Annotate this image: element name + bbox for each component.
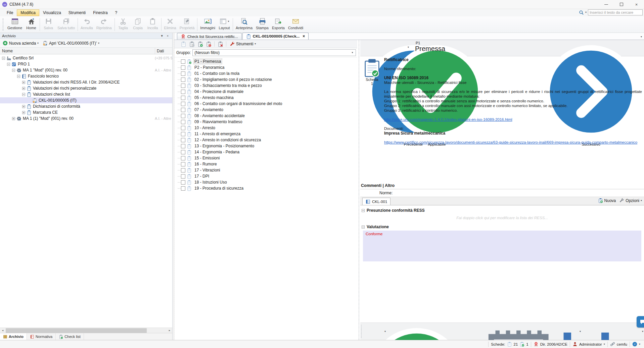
search-icon[interactable] bbox=[579, 10, 584, 15]
expand-icon[interactable]: + bbox=[22, 111, 25, 114]
expand-icon[interactable]: + bbox=[22, 81, 25, 84]
toolbar-immagini-button[interactable]: Immagini bbox=[198, 16, 217, 33]
tab-list-chevron-icon[interactable]: ▾ bbox=[641, 36, 642, 38]
column-data[interactable]: Dati bbox=[155, 48, 164, 54]
close-button[interactable]: × bbox=[629, 0, 644, 9]
item-checkbox[interactable] bbox=[181, 156, 185, 160]
item-checkbox[interactable] bbox=[181, 180, 185, 185]
collapse-icon[interactable]: − bbox=[17, 75, 20, 78]
sheet-plain-button[interactable] bbox=[180, 41, 187, 48]
tree-row-certifico-srl[interactable]: −Certifico Srl(+39 075 5 bbox=[0, 55, 172, 61]
toolbar-taglia-button[interactable]: Taglia bbox=[116, 16, 131, 33]
checklist-item-09-riavviamento-inatteso[interactable]: 09 - Riavviamento Inatteso bbox=[174, 119, 357, 125]
conforme-chevron-icon[interactable]: ▾ bbox=[384, 330, 386, 333]
item-checkbox[interactable] bbox=[181, 144, 185, 148]
ress-hint[interactable]: Fai doppio click qui per modificare la l… bbox=[360, 213, 644, 222]
new-company-chevron-icon[interactable]: ▾ bbox=[37, 42, 39, 45]
ckl-document-tab[interactable]: CKL-001 bbox=[362, 198, 390, 205]
panel-close-icon[interactable]: × bbox=[165, 34, 170, 38]
search-options-chevron-icon[interactable]: ▾ bbox=[585, 11, 587, 14]
checklist-item-14-ergonomia-pedana[interactable]: 14 - Ergonomia - Pedana bbox=[174, 149, 357, 155]
checklist-item-10-arresto[interactable]: 10 - Arresto bbox=[174, 125, 357, 131]
toolbar-incolla-button[interactable]: Incolla bbox=[145, 16, 160, 33]
sheet-question-button[interactable]: ? bbox=[188, 41, 195, 48]
panel-tab-archivio[interactable]: Archivio bbox=[0, 333, 27, 340]
item-checkbox[interactable] bbox=[181, 186, 185, 191]
item-checkbox[interactable] bbox=[181, 168, 185, 172]
panel-tab-check-list[interactable]: Check list bbox=[56, 333, 84, 340]
statusbar-directive[interactable]: Dir. 2006/42/CE bbox=[531, 342, 570, 347]
item-checkbox[interactable] bbox=[181, 84, 185, 88]
data-scheda-chevron-icon[interactable]: ▾ bbox=[642, 330, 643, 333]
expand-icon[interactable]: + bbox=[22, 87, 25, 90]
toolbar-copia-button[interactable]: Copia bbox=[131, 16, 145, 33]
collapse-icon[interactable]: − bbox=[362, 226, 365, 229]
checklist-item-13-ergonomia-posizionamento[interactable]: 13 - Ergonomia - Posizionamento bbox=[174, 143, 357, 149]
tree-row-pro-1[interactable]: −PRO 1 bbox=[0, 61, 172, 67]
checklist-item-15-emissioni[interactable]: 15 - Emissioni bbox=[174, 155, 357, 161]
norm-link[interactable]: http://store.uni.com/magento-1.4.0.1/ind… bbox=[384, 117, 512, 122]
center-splitter[interactable] bbox=[357, 40, 360, 340]
menu-file[interactable]: File bbox=[3, 10, 16, 16]
checklist-item-06-contatto-con-organi-di-trasmissione-del-moto[interactable]: 06 - Contatto con organi di trasmissione… bbox=[174, 101, 357, 107]
tree-row-ma-1-mod-001-rev-00[interactable]: −MA 1 "Mod" (001) rev. 00A.I. - Attre bbox=[0, 67, 172, 73]
toolbar-propriet-button[interactable]: Proprietà bbox=[178, 16, 196, 33]
toolbar-stampa-button[interactable]: Stampa bbox=[254, 16, 270, 33]
checklist-item-03-schiacciamento-tra-mola-e-pezzo[interactable]: 03 - Schiacciamento tra mola e pezzo bbox=[174, 83, 357, 89]
sheet-cross-button[interactable] bbox=[217, 41, 224, 48]
item-checkbox[interactable] bbox=[181, 71, 185, 76]
scroll-left-icon[interactable]: ◄ bbox=[0, 328, 5, 333]
expand-icon[interactable]: + bbox=[22, 105, 25, 108]
document-tab-ckl-001-000005-check[interactable]: CKL-001/000005 (Check...× bbox=[242, 33, 309, 40]
statusbar-user[interactable]: Administrator ▾ bbox=[570, 342, 607, 347]
checklist-item-02-impigliamento-con-il-pezzo-in-rotazione[interactable]: 02 - Impigliamento con il pezzo in rotaz… bbox=[174, 77, 357, 83]
collapse-icon[interactable]: − bbox=[2, 57, 5, 60]
horizontal-scrollbar[interactable]: ◄ ► bbox=[0, 328, 172, 333]
column-name[interactable]: Nome bbox=[0, 49, 13, 53]
minimize-button[interactable] bbox=[599, 0, 614, 9]
toolbar-ripristina-button[interactable]: Ripristina bbox=[95, 16, 113, 33]
checklist-item-18-istruzioni-uso[interactable]: 18 - Istruzioni Uso bbox=[174, 179, 357, 185]
item-checkbox[interactable] bbox=[181, 162, 185, 166]
tree-row-ma-1-1-mod-001-rev-00[interactable]: +MA 1 (1) "Mod" (001) rev. 00A.I. - Attr… bbox=[0, 115, 172, 121]
new-comment-button[interactable]: Nuova bbox=[598, 198, 616, 203]
checklist-item-17-dpi[interactable]: 17 - DPI bbox=[174, 173, 357, 179]
item-checkbox[interactable] bbox=[181, 102, 185, 106]
toolbar-layout-button[interactable]: ▾Layout bbox=[217, 16, 232, 33]
tab-close-icon[interactable]: × bbox=[303, 34, 305, 39]
tree-row-dichiarazioni-di-conformit[interactable]: +Dichiarazioni di conformità bbox=[0, 103, 172, 109]
scrollbar-thumb[interactable] bbox=[6, 328, 147, 333]
menu-[interactable]: ? bbox=[112, 10, 121, 16]
checklist-item-16-rumore[interactable]: 16 - Rumore bbox=[174, 161, 357, 167]
checklist-item-19-procedura-di-sicurezza[interactable]: 19 - Procedura di sicurezza bbox=[174, 185, 357, 191]
toolbar-elimina-button[interactable]: Elimina bbox=[163, 16, 178, 33]
valuation-field[interactable]: Conforme bbox=[363, 231, 641, 261]
item-checkbox[interactable] bbox=[181, 132, 185, 136]
item-checkbox[interactable] bbox=[181, 120, 185, 124]
document-link[interactable]: https://www.certifico.com/sicurezza-lavo… bbox=[384, 140, 637, 145]
tree-row-valutazioni-dei-rischi-personalizzate[interactable]: +Valutazioni dei rischi personalizzate bbox=[0, 85, 172, 91]
item-checkbox[interactable] bbox=[181, 78, 185, 82]
options-button[interactable]: Opzioni ▾ bbox=[619, 198, 642, 203]
tree-row-ckl-001-000005-it[interactable]: CKL-001/000005 (IT) bbox=[0, 97, 172, 103]
toolbar-home-button[interactable]: Home bbox=[24, 16, 39, 33]
toolbar-condividi-button[interactable]: Condividi bbox=[286, 16, 305, 33]
toolbar-annulla-button[interactable]: Annulla bbox=[79, 16, 95, 33]
collapse-icon[interactable]: − bbox=[12, 69, 15, 72]
expand-icon[interactable]: + bbox=[12, 117, 15, 120]
applicable-chevron-icon[interactable]: ▾ bbox=[408, 46, 409, 49]
tree-row-fascicolo-tecnico[interactable]: −Fascicolo tecnico bbox=[0, 73, 172, 79]
toolbar-salva-button[interactable]: Salva bbox=[41, 16, 56, 33]
new-company-button[interactable]: Nuova azienda bbox=[9, 41, 36, 46]
sheet-check-button[interactable] bbox=[196, 41, 204, 48]
item-checkbox[interactable] bbox=[181, 126, 185, 130]
group-filter-combobox[interactable]: (Nessun filtro) ▾ bbox=[192, 49, 356, 56]
statusbar-connection[interactable]: cemfu bbox=[607, 342, 630, 347]
checklist-item-05-arresto-macchina[interactable]: 05 - Arresto macchina bbox=[174, 95, 357, 101]
document-tab-check-list-sicurerzza-rettific[interactable]: Check list Sicurerzza rettific... bbox=[177, 33, 242, 40]
item-checkbox[interactable] bbox=[181, 138, 185, 142]
tree-row-valutazioni-check-list[interactable]: −Valutazioni check list bbox=[0, 91, 172, 97]
open-document-button[interactable]: Apri 'CKL-001/000005 (IT)' bbox=[49, 41, 97, 46]
checklist-item-08-avviamento-accidentale[interactable]: 08 - Avviamento accidentale bbox=[174, 113, 357, 119]
floating-help-badge[interactable] bbox=[637, 316, 644, 328]
